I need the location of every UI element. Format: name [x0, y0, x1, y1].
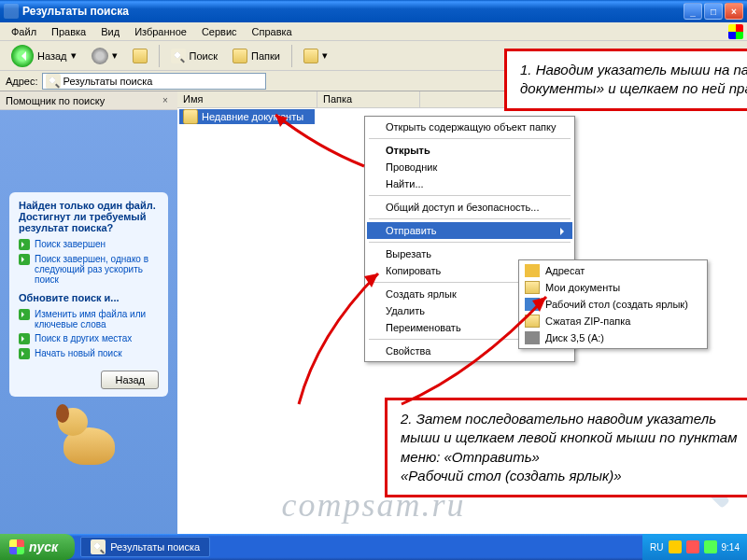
col-folder[interactable]: Папка	[317, 91, 420, 107]
language-indicator[interactable]: RU	[650, 542, 663, 553]
annotation-arrow-2	[233, 259, 392, 409]
arrow-icon	[19, 254, 30, 265]
clock[interactable]: 9:14	[722, 542, 740, 553]
ctx-send-to[interactable]: Отправить	[367, 222, 572, 239]
arrow-icon	[19, 309, 30, 320]
sidebar-back-button[interactable]: Назад	[101, 371, 159, 389]
menu-separator	[369, 195, 571, 196]
address-value: Результаты поиска	[63, 76, 153, 87]
search-label: Поиск	[190, 50, 218, 62]
search-icon	[171, 49, 186, 63]
search-option-done[interactable]: Поиск завершен	[19, 237, 159, 252]
results-pane: Имя Папка Недавние документы Открыть сод…	[177, 91, 747, 554]
instruction-callout-1: 1. Наводим указатель мыши на папку «Неда…	[504, 49, 747, 111]
search-option-elsewhere[interactable]: Поиск в других местах	[19, 331, 159, 346]
col-name[interactable]: Имя	[177, 91, 317, 107]
sendto-recipient[interactable]: Адресат	[521, 262, 705, 279]
menu-separator	[369, 242, 571, 243]
panel-question: Найден только один файл. Достигнут ли тр…	[19, 200, 159, 233]
sidebar-header: Помощник по поиску ×	[0, 91, 177, 110]
annotation-arrow-1	[261, 110, 374, 185]
menu-help[interactable]: Справка	[245, 24, 300, 39]
arrow-icon	[19, 348, 30, 359]
ctx-open[interactable]: Открыть	[367, 142, 572, 159]
task-label: Результаты поиска	[110, 541, 200, 553]
window-title: Результаты поиска	[22, 5, 684, 18]
search-option-rename[interactable]: Изменить имя файла или ключевые слова	[19, 307, 159, 331]
dropdown-icon: ▾	[112, 49, 118, 62]
tray-network-icon[interactable]	[704, 540, 717, 553]
search-button[interactable]: Поиск	[165, 46, 223, 66]
dropdown-icon: ▾	[71, 49, 77, 62]
forward-arrow-icon	[92, 48, 108, 64]
arrow-icon	[19, 239, 30, 250]
views-icon	[303, 49, 318, 63]
maximize-button[interactable]: □	[704, 3, 723, 20]
dropdown-icon: ▾	[322, 49, 328, 62]
ctx-explorer[interactable]: Проводник	[367, 159, 572, 175]
back-arrow-icon	[11, 45, 34, 67]
task-icon	[91, 539, 106, 554]
address-icon	[46, 74, 61, 89]
mail-icon	[525, 264, 540, 277]
tray-alert-icon[interactable]	[686, 540, 699, 553]
up-button[interactable]	[127, 46, 153, 66]
address-label: Адрес:	[6, 76, 38, 87]
menu-tools[interactable]: Сервис	[194, 24, 245, 39]
tray-shield-icon[interactable]	[669, 540, 682, 553]
views-button[interactable]: ▾	[298, 46, 333, 66]
folders-label: Папки	[251, 50, 280, 62]
address-field[interactable]: Результаты поиска	[42, 73, 266, 90]
ctx-open-containing[interactable]: Открыть содержащую объект папку	[367, 119, 572, 135]
back-label: Назад	[37, 50, 67, 62]
sidebar-close-icon[interactable]: ×	[159, 94, 172, 107]
ctx-find[interactable]: Найти...	[367, 175, 572, 192]
forward-button[interactable]: ▾	[86, 45, 123, 67]
toolbar-separator	[159, 45, 160, 67]
sidebar-title: Помощник по поиску	[6, 95, 105, 106]
folder-icon	[183, 109, 198, 124]
search-option-new[interactable]: Начать новый поиск	[19, 346, 159, 361]
window-titlebar: Результаты поиска _ □ ×	[0, 0, 747, 22]
taskbar-item[interactable]: Результаты поиска	[80, 537, 210, 557]
window-icon	[4, 4, 19, 19]
search-option-faster[interactable]: Поиск завершен, однако в следующий раз у…	[19, 252, 159, 287]
menu-separator	[369, 218, 571, 219]
window-controls: _ □ ×	[684, 3, 743, 20]
search-results-panel: Найден только один файл. Достигнут ли тр…	[9, 192, 168, 397]
search-sidebar: Помощник по поиску × Найден только один …	[0, 91, 177, 554]
toolbar-separator	[291, 45, 292, 67]
windows-logo-icon	[728, 24, 743, 39]
menu-separator	[369, 138, 571, 139]
folders-icon	[233, 49, 247, 63]
menu-file[interactable]: Файл	[4, 24, 44, 39]
menu-view[interactable]: Вид	[93, 24, 127, 39]
menu-bar: Файл Правка Вид Избранное Сервис Справка	[0, 22, 747, 41]
back-button[interactable]: Назад ▾	[6, 42, 82, 70]
start-button[interactable]: пуск	[0, 534, 75, 560]
up-folder-icon	[133, 49, 148, 63]
annotation-arrow-3	[383, 287, 560, 409]
instruction-callout-2: 2. Затем последовательно наводим указате…	[385, 398, 747, 497]
callout1-text: 1. Наводим указатель мыши на папку «Неда…	[520, 62, 747, 96]
panel-section2: Обновите поиск и...	[19, 292, 159, 303]
menu-edit[interactable]: Правка	[44, 24, 93, 39]
minimize-button[interactable]: _	[684, 3, 702, 20]
folders-button[interactable]: Папки	[227, 46, 286, 66]
system-tray: RU 9:14	[642, 534, 747, 560]
taskbar: пуск Результаты поиска RU 9:14	[0, 534, 747, 560]
start-logo-icon	[9, 539, 24, 554]
start-label: пуск	[29, 539, 58, 554]
close-button[interactable]: ×	[725, 3, 743, 20]
ctx-sharing[interactable]: Общий доступ и безопасность...	[367, 199, 572, 216]
menu-favorites[interactable]: Избранное	[127, 24, 194, 39]
arrow-icon	[19, 333, 30, 344]
callout2-text: 2. Затем последовательно наводим указате…	[401, 411, 737, 483]
search-dog-icon	[56, 404, 121, 465]
